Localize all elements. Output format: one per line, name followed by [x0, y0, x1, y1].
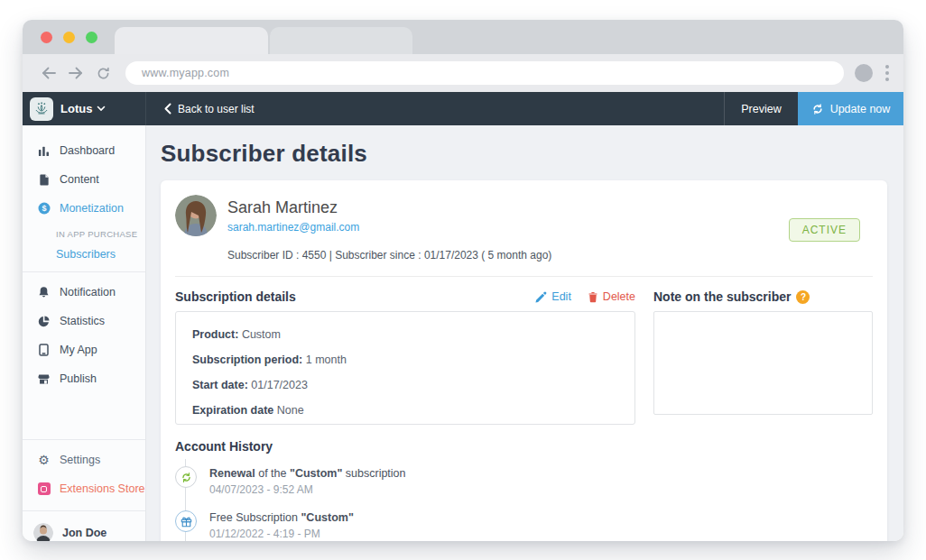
delete-button[interactable]: Delete	[588, 290, 635, 303]
sidebar-label-content: Content	[60, 173, 99, 186]
sidebar-item-notification[interactable]: Notification	[23, 278, 145, 307]
subscriber-name: Sarah Martinez	[227, 198, 359, 217]
delete-label: Delete	[603, 290, 635, 303]
event-text: Free Subscription "Custom"	[209, 510, 354, 524]
document-icon	[37, 174, 51, 186]
subscriber-profile: Sarah Martinez sarah.martinez@gmail.com …	[175, 195, 873, 236]
sidebar-divider	[23, 510, 145, 511]
browser-tab-inactive[interactable]	[270, 27, 412, 54]
sidebar-label-notification: Notification	[60, 286, 116, 298]
sidebar-label-monetization: Monetization	[60, 202, 124, 215]
browser-menu-icon[interactable]	[884, 63, 891, 83]
history-timeline: Renewal of the "Custom" subscription 04/…	[175, 466, 873, 540]
detail-row-start-date: Start date: 01/17/2023	[192, 379, 618, 391]
maximize-window-button[interactable]	[86, 32, 97, 43]
event-date: 04/07/2023 - 9:52 AM	[209, 483, 406, 496]
sidebar-user-account[interactable]: Jon Doe	[23, 517, 145, 541]
preview-label: Preview	[741, 103, 781, 115]
sidebar-label-my-app: My App	[60, 344, 97, 356]
chevron-left-icon	[164, 103, 171, 115]
storefront-icon	[37, 373, 51, 385]
browser-window: www.myapp.com Lotus Back to user list	[23, 20, 903, 541]
subscriber-card: Sarah Martinez sarah.martinez@gmail.com …	[161, 180, 887, 541]
sidebar-divider	[23, 439, 145, 440]
svg-text:$: $	[42, 204, 46, 213]
back-icon[interactable]	[39, 63, 59, 83]
subscription-details-box: Product: Custom Subscription period: 1 m…	[175, 311, 635, 425]
extensions-store-icon	[37, 482, 51, 495]
lotus-logo-icon	[30, 97, 53, 121]
history-event-renewal: Renewal of the "Custom" subscription 04/…	[175, 466, 873, 496]
sync-icon	[811, 103, 824, 115]
back-to-user-list-label: Back to user list	[178, 103, 255, 115]
browser-tab-bar	[23, 20, 903, 54]
gear-icon: ⚙	[37, 454, 51, 466]
sidebar-user-name: Jon Doe	[62, 527, 106, 539]
detail-row-expiration: Expiration date None	[192, 404, 618, 417]
sidebar-item-subscribers[interactable]: Subscribers	[23, 244, 145, 264]
brand-name: Lotus	[60, 102, 92, 115]
preview-button[interactable]: Preview	[724, 92, 798, 125]
event-text: Renewal of the "Custom" subscription	[209, 466, 406, 480]
sidebar-label-extensions-store: Extensions Store	[60, 482, 145, 495]
browser-profile-avatar[interactable]	[855, 64, 873, 82]
sidebar-label-publish: Publish	[60, 372, 97, 385]
page-title: Subscriber details	[161, 140, 887, 168]
account-history-title: Account History	[175, 439, 873, 454]
sidebar-label-statistics: Statistics	[60, 315, 105, 327]
sidebar: Dashboard Content $ Monetization IN APP …	[23, 125, 146, 541]
browser-tab-active[interactable]	[115, 27, 268, 54]
sidebar-label-settings: Settings	[60, 454, 100, 466]
detail-row-period: Subscription period: 1 month	[192, 353, 618, 366]
subscription-details-title: Subscription details	[175, 289, 296, 304]
sidebar-item-publish[interactable]: Publish	[23, 364, 145, 393]
account-history-section: Account History Renewal of the "Custom" …	[175, 439, 873, 540]
gift-icon	[175, 510, 197, 532]
minimize-window-button[interactable]	[63, 32, 75, 43]
edit-button[interactable]: Edit	[535, 290, 571, 303]
brand-menu[interactable]: Lotus	[23, 92, 146, 125]
detail-row-product: Product: Custom	[192, 328, 618, 341]
sidebar-divider	[23, 271, 145, 272]
help-icon[interactable]: ?	[796, 290, 810, 304]
sidebar-item-content[interactable]: Content	[23, 165, 145, 194]
update-now-label: Update now	[830, 103, 891, 115]
history-event-free-subscription: Free Subscription "Custom" 01/12/2022 - …	[175, 510, 873, 540]
subscriber-email-link[interactable]: sarah.martinez@gmail.com	[227, 221, 359, 234]
sidebar-item-monetization[interactable]: $ Monetization	[23, 194, 145, 223]
window-controls	[41, 32, 97, 43]
chevron-down-icon	[97, 106, 106, 112]
edit-label: Edit	[551, 290, 571, 303]
sidebar-item-my-app[interactable]: My App	[23, 335, 145, 364]
url-input[interactable]: www.myapp.com	[125, 61, 844, 85]
sidebar-item-extensions-store[interactable]: Extensions Store	[23, 474, 145, 503]
pencil-icon	[535, 291, 547, 303]
event-date: 01/12/2022 - 4:19 - PM	[209, 528, 354, 540]
trash-icon	[588, 291, 598, 303]
dollar-circle-icon: $	[37, 202, 51, 215]
back-to-user-list-link[interactable]: Back to user list	[164, 92, 255, 125]
sidebar-item-settings[interactable]: ⚙ Settings	[23, 445, 145, 474]
reload-icon[interactable]	[93, 63, 113, 83]
update-now-button[interactable]: Update now	[798, 92, 903, 125]
renewal-sync-icon	[175, 466, 197, 488]
bell-icon	[37, 286, 51, 298]
forward-icon[interactable]	[66, 63, 86, 83]
user-avatar	[33, 523, 53, 541]
close-window-button[interactable]	[41, 32, 52, 43]
pie-chart-icon	[37, 316, 51, 327]
sidebar-item-statistics[interactable]: Statistics	[23, 307, 145, 335]
divider	[175, 276, 873, 277]
subscriber-avatar	[175, 195, 217, 236]
bar-chart-icon	[37, 145, 51, 157]
sidebar-item-dashboard[interactable]: Dashboard	[23, 136, 145, 165]
subscriber-meta: Subscriber ID : 4550 | Subscriber since …	[227, 249, 873, 262]
sidebar-group-in-app-purchase: IN APP PURCHASE	[23, 223, 145, 244]
sidebar-label-dashboard: Dashboard	[60, 144, 115, 157]
smartphone-icon	[37, 344, 51, 356]
browser-address-bar: www.myapp.com	[23, 54, 903, 92]
note-textarea[interactable]	[653, 311, 873, 415]
main-content: Subscriber details Sarah Martinez sarah.…	[146, 125, 903, 541]
note-title: Note on the subscriber	[653, 289, 791, 304]
app-top-bar: Lotus Back to user list Preview Update n…	[23, 92, 903, 125]
